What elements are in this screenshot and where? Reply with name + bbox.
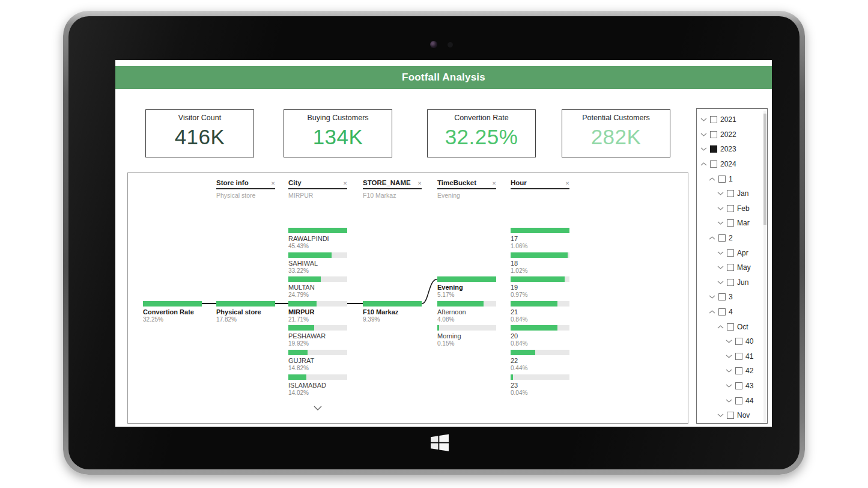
show-more-icon[interactable] — [314, 402, 322, 413]
tree-node-islamabad[interactable]: ISLAMABAD14.02% — [288, 374, 347, 396]
kpi-card-potential-customers: Potential Customers 282K — [562, 109, 670, 157]
checkbox[interactable] — [735, 338, 742, 345]
tree-node-f10-markaz[interactable]: F10 Markaz9.39% — [363, 301, 422, 323]
remove-column-icon[interactable]: ✕ — [492, 180, 496, 186]
tree-column-header-store-info: Store info✕Physical store — [216, 179, 275, 199]
expand-chevron-icon[interactable] — [717, 221, 724, 225]
expand-chevron-icon[interactable] — [700, 118, 707, 121]
node-bar — [216, 301, 275, 307]
slicer-item-label: 2024 — [720, 160, 736, 168]
collapse-chevron-icon[interactable] — [717, 325, 724, 329]
expand-chevron-icon[interactable] — [726, 369, 732, 373]
tree-node-18[interactable]: 181.02% — [511, 252, 569, 274]
tree-node-evening[interactable]: Evening5.17% — [437, 276, 496, 298]
tree-node-rawalpindi[interactable]: RAWALPINDI45.43% — [288, 228, 347, 249]
expand-chevron-icon[interactable] — [717, 207, 724, 210]
tree-node-convertion-rate[interactable]: Convertion Rate32.25% — [143, 301, 202, 323]
checkbox[interactable] — [727, 279, 734, 286]
checkbox[interactable] — [735, 353, 742, 360]
remove-column-icon[interactable]: ✕ — [343, 180, 347, 186]
column-selected-value: F10 Markaz — [363, 192, 422, 199]
checkbox[interactable] — [710, 131, 717, 138]
kpi-label: Convertion Rate — [428, 114, 535, 122]
tree-node-17[interactable]: 171.06% — [511, 228, 569, 249]
node-label: Physical store — [216, 308, 275, 316]
checkbox[interactable] — [727, 190, 734, 197]
checkbox[interactable] — [735, 367, 742, 374]
expand-chevron-icon[interactable] — [700, 133, 707, 136]
checkbox[interactable] — [710, 116, 717, 123]
node-label: SAHIWAL — [288, 260, 347, 267]
checkbox[interactable] — [735, 397, 742, 404]
column-field-label: TimeBucket — [437, 179, 476, 186]
expand-chevron-icon[interactable] — [717, 251, 724, 255]
expand-chevron-icon[interactable] — [717, 266, 724, 269]
checkbox[interactable] — [727, 323, 734, 331]
tree-node-sahiwal[interactable]: SAHIWAL33.22% — [288, 252, 347, 274]
collapse-chevron-icon[interactable] — [709, 236, 715, 240]
checkbox[interactable] — [727, 205, 734, 212]
tree-node-22[interactable]: 220.44% — [511, 350, 569, 371]
checkbox[interactable] — [727, 264, 734, 271]
checkbox[interactable] — [718, 234, 726, 242]
checkbox[interactable] — [718, 293, 726, 300]
expand-chevron-icon[interactable] — [717, 281, 724, 284]
expand-chevron-icon[interactable] — [726, 399, 732, 403]
tree-node-20[interactable]: 200.84% — [511, 325, 569, 347]
node-label: F10 Markaz — [363, 308, 422, 316]
checkbox-checked[interactable] — [710, 145, 717, 153]
kpi-value: 134K — [284, 126, 392, 148]
node-percent: 14.82% — [288, 365, 347, 371]
slicer-item-label: Oct — [737, 323, 748, 331]
node-percent: 0.97% — [511, 291, 569, 298]
checkbox[interactable] — [727, 249, 734, 257]
collapse-chevron-icon[interactable] — [709, 177, 715, 181]
expand-chevron-icon[interactable] — [726, 384, 732, 388]
checkbox[interactable] — [718, 175, 726, 183]
tree-node-21[interactable]: 210.84% — [511, 301, 569, 323]
expand-chevron-icon[interactable] — [726, 340, 732, 343]
scrollbar-thumb[interactable] — [763, 114, 766, 225]
node-label: GUJRAT — [288, 357, 347, 364]
slicer-item-41: 41 — [697, 349, 767, 364]
expand-chevron-icon[interactable] — [717, 192, 724, 195]
checkbox[interactable] — [727, 219, 734, 227]
expand-chevron-icon[interactable] — [709, 295, 715, 299]
node-label: 19 — [511, 284, 569, 291]
slicer-item-apr: Apr — [697, 245, 767, 260]
expand-chevron-icon[interactable] — [726, 355, 732, 358]
tree-node-multan[interactable]: MULTAN24.79% — [288, 276, 347, 298]
remove-column-icon[interactable]: ✕ — [565, 180, 569, 186]
tree-node-peshawar[interactable]: PESHAWAR19.92% — [288, 325, 347, 347]
slicer-item-label: 40 — [745, 337, 753, 346]
node-bar — [511, 301, 569, 307]
tree-node-physical-store[interactable]: Physical store17.82% — [216, 301, 275, 323]
checkbox[interactable] — [727, 412, 734, 419]
tree-node-19[interactable]: 190.97% — [511, 276, 569, 298]
node-percent: 9.39% — [363, 316, 422, 323]
remove-column-icon[interactable]: ✕ — [417, 180, 422, 186]
collapse-chevron-icon[interactable] — [709, 310, 715, 314]
windows-logo-icon[interactable] — [429, 433, 450, 453]
checkbox[interactable] — [718, 308, 726, 316]
expand-chevron-icon[interactable] — [700, 147, 707, 151]
tablet-bezel: Footfall Analysis Visitor Count 416K Buy… — [68, 16, 800, 469]
node-label: MIRPUR — [288, 308, 347, 316]
collapse-chevron-icon[interactable] — [700, 162, 707, 166]
tree-node-afternoon[interactable]: Afternoon4.08% — [437, 301, 496, 323]
node-bar — [288, 301, 347, 307]
checkbox[interactable] — [735, 382, 742, 389]
tree-node-gujrat[interactable]: GUJRAT14.82% — [288, 350, 347, 371]
tree-node-morning[interactable]: Morning0.15% — [437, 325, 496, 347]
node-label: 21 — [511, 308, 569, 316]
expand-chevron-icon[interactable] — [717, 413, 724, 417]
slicer-item-label: 42 — [745, 367, 753, 375]
remove-column-icon[interactable]: ✕ — [271, 180, 275, 186]
tree-node-mirpur[interactable]: MIRPUR21.71% — [288, 301, 347, 323]
decomposition-tree-panel: Store info✕Physical storeCity✕MIRPURSTOR… — [127, 172, 688, 424]
node-percent: 21.71% — [288, 316, 347, 323]
node-label: RAWALPINDI — [288, 235, 347, 242]
node-bar — [511, 252, 569, 258]
checkbox[interactable] — [710, 160, 717, 168]
tree-node-23[interactable]: 230.04% — [511, 374, 569, 396]
